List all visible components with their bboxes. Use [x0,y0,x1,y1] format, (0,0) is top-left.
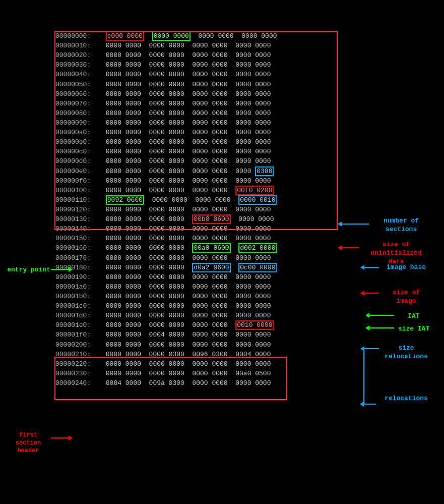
hex-line: 00000000: e000 0000 0000 0000 0000 0000 … [55,31,439,41]
hex-bytes: 0000 0000 0000 0000 0000 0000 0000 0000 [102,253,271,263]
hex-bytes: 0000 0000 0000 0000 0000 0000 00f0 0200 [102,186,274,195]
hex-bytes: e000 0000 0000 0000 0000 0000 0000 0000 [102,31,277,41]
hex-address: 00000070: [55,99,102,108]
hex-bytes: 0000 0000 0000 0000 0000 0000 0000 0000 [102,205,271,214]
hex-address: 00000210: [55,350,102,359]
hex-bytes: 0000 0000 0000 0000 0000 0000 0000 0300 [102,166,274,176]
hex-address: 00000080: [55,108,102,118]
hex-line: 00000110: 9092 0600 0000 0000 0000 0000 … [55,195,439,205]
hex-line: 00000240: 0004 0000 009a 0300 0000 0000 … [55,378,439,388]
hex-bytes: 0000 0000 0000 0000 0000 0000 0000 0000 [102,156,271,166]
hex-address: 000000d0: [55,156,102,166]
hex-bytes: 0000 0000 0000 0000 d0a2 0600 0c00 0000 [102,263,277,272]
first-section-label: firstsectionheader [6,431,50,455]
hex-bytes: 0000 0000 0000 0000 0000 0000 0000 0000 [102,89,271,99]
hex-address: 00000030: [55,60,102,70]
hex-address: 00000230: [55,369,102,378]
hex-line: 00000010: 0000 0000 0000 0000 0000 0000 … [55,41,439,50]
hex-bytes: 0000 0000 0000 0000 0000 0000 0000 0000 [102,311,271,320]
hex-lines-container: 00000000: e000 0000 0000 0000 0000 0000 … [55,31,439,388]
hex-address: 00000050: [55,80,102,89]
hex-bytes: 0000 0000 0000 0000 0000 0000 0000 0000 [102,292,271,301]
hex-address: 000000e0: [55,166,102,176]
hex-bytes: 0000 0000 0000 0000 0000 0000 0000 0000 [102,224,271,234]
annot-size-image: size ofimage [378,289,434,306]
hex-bytes: 0000 0000 0000 0000 0000 0000 0000 0000 [102,137,271,147]
hex-bytes: 0000 0000 0000 0000 0000 0000 0000 0000 [102,340,271,350]
hex-dump-wrapper: entry point firstsectionheader [5,31,439,388]
hex-bytes: 0000 0000 0000 0000 0000 0000 0000 0000 [102,41,271,50]
hex-address: 00000200: [55,340,102,350]
annot-size-iat: size IAT [394,325,434,333]
hex-bytes: 0000 0000 0000 0000 0000 0000 0000 0000 [102,118,271,128]
hex-address: 00000130: [55,214,102,224]
hex-line: 000000e0: 0000 0000 0000 0000 0000 0000 … [55,166,439,176]
hex-bytes: 0000 0000 0000 0000 0000 0000 0000 0000 [102,176,271,186]
hex-address: 00000180: [55,263,102,272]
hex-address: 00000060: [55,89,102,99]
hex-bytes: 0000 0000 0000 0000 0000 0000 0000 0000 [102,359,271,369]
hex-address: 00000140: [55,224,102,234]
hex-line: 00000030: 0000 0000 0000 0000 0000 0000 … [55,60,439,70]
hex-address: 000001f0: [55,330,102,340]
hex-address: 000001d0: [55,311,102,320]
hex-bytes: 0000 0000 0000 0000 0000 0000 0000 0000 [102,128,271,137]
hex-bytes: 0000 0000 0000 0000 0000 0000 0000 0000 [102,147,271,156]
hex-line: 00000060: 0000 0000 0000 0000 0000 0000 … [55,89,439,99]
hex-address: 00000110: [55,195,102,205]
entry-point-label: entry point [6,266,50,273]
hex-bytes: 0000 0000 0000 0000 0000 0000 0000 0000 [102,301,271,311]
hex-address: 000001e0: [55,320,102,330]
hex-address: 000000a0: [55,128,102,137]
hex-bytes: 0000 0000 0000 0000 0000 0000 00a0 0500 [102,369,271,378]
hex-bytes: 0000 0000 0000 0000 0000 0000 0000 0000 [102,234,271,243]
hex-line: 00000230: 0000 0000 0000 0000 0000 0000 … [55,369,439,378]
hex-line: 000000f0: 0000 0000 0000 0000 0000 0000 … [55,176,439,186]
hex-line: 000001f0: 0000 0000 0004 0000 0000 0000 … [55,330,439,340]
hex-address: 000001c0: [55,301,102,311]
hex-address: 000001b0: [55,292,102,301]
hex-address: 00000170: [55,253,102,263]
hex-line: 00000020: 0000 0000 0000 0000 0000 0000 … [55,50,439,60]
hex-bytes: 9092 0600 0000 0000 0000 0000 0000 0010 [102,195,277,205]
hex-address: 000000c0: [55,147,102,156]
hex-line: 000000d0: 0000 0000 0000 0000 0000 0000 … [55,156,439,166]
hex-bytes: 0000 0000 0000 0000 00b0 0600 0000 0000 [102,214,274,224]
hex-line: 00000090: 0000 0000 0000 0000 0000 0000 … [55,118,439,128]
hex-bytes: 0000 0000 0000 0000 00a0 0600 d002 0000 [102,243,277,253]
hex-address: 00000120: [55,205,102,214]
hex-address: 00000100: [55,186,102,195]
annot-reloc: relocations [378,395,434,403]
hex-bytes: 0000 0000 0000 0000 0000 0000 0000 0000 [102,50,271,60]
hex-line: 00000050: 0000 0000 0000 0000 0000 0000 … [55,80,439,89]
hex-line: 00000100: 0000 0000 0000 0000 0000 0000 … [55,186,439,195]
hex-bytes: 0000 0000 0004 0000 0000 0000 0000 0000 [102,330,271,340]
hex-address: 00000020: [55,50,102,60]
hex-bytes: 0000 0000 0000 0000 0000 0000 0000 0000 [102,272,271,282]
hex-line: 00000190: 0000 0000 0000 0000 0000 0000 … [55,272,439,282]
hex-line: 00000120: 0000 0000 0000 0000 0000 0000 … [55,205,439,214]
hex-line: 00000040: 0000 0000 0000 0000 0000 0000 … [55,70,439,79]
hex-address: 00000000: [55,31,102,41]
main-container: entry point firstsectionheader [0,0,444,393]
hex-address: 00000040: [55,70,102,79]
hex-bytes: 0000 0000 0000 0000 0000 0000 0000 0000 [102,99,271,108]
annot-size-reloc: sizerelocations [378,344,434,361]
hex-bytes: 0000 0000 0000 0000 0000 0000 0000 0000 [102,60,271,70]
hex-address: 000000b0: [55,137,102,147]
hex-bytes: 0000 0000 0000 0000 0000 0000 0000 0000 [102,282,271,292]
hex-bytes: 0000 0000 0000 0000 0000 0000 0000 0000 [102,70,271,79]
annot-image-base: image base [378,263,434,272]
hex-address: 00000150: [55,234,102,243]
hex-address: 000000f0: [55,176,102,186]
hex-line: 00000070: 0000 0000 0000 0000 0000 0000 … [55,99,439,108]
hex-bytes: 0000 0000 0000 0000 0000 0000 0000 0000 [102,108,271,118]
hex-bytes: 0004 0000 009a 0300 0000 0000 0000 0000 [102,378,271,388]
hex-address: 00000190: [55,272,102,282]
hex-address: 00000010: [55,41,102,50]
hex-address: 000001a0: [55,282,102,292]
hex-line: 000000c0: 0000 0000 0000 0000 0000 0000 … [55,147,439,156]
hex-line: 000000a0: 0000 0000 0000 0000 0000 0000 … [55,128,439,137]
hex-bytes: 0000 0000 0000 0300 0096 0300 0004 0000 [102,350,271,359]
hex-address: 00000160: [55,243,102,253]
